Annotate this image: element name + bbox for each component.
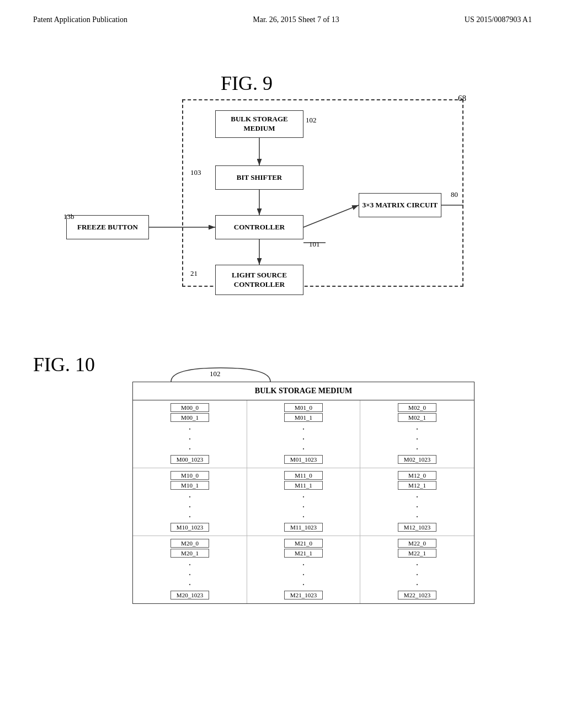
header-left: Patent Application Publication — [33, 15, 127, 24]
fig10-cell-m11-1: M11_1 — [284, 481, 323, 490]
fig10-section-1: M00_0 M00_1 ··· M00_1023 M01_0 M01_1 ···… — [133, 400, 474, 468]
fig10-outer-box: BULK STORAGE MEDIUM M00_0 M00_1 ··· M00_… — [132, 382, 475, 604]
fig10-dots-m00: ··· — [189, 424, 191, 454]
fig10-cell-m21-1023: M21_1023 — [284, 591, 323, 599]
controller-box: CONTROLLER — [215, 215, 303, 239]
fig10-cell-m22-1023: M22_1023 — [398, 591, 436, 599]
fig10-cell-m20-1023: M20_1023 — [170, 591, 209, 599]
matrix-box: 3×3 MATRIX CIRCUIT — [359, 193, 441, 217]
label-103: 103 — [190, 168, 201, 177]
freeze-button-box: FREEZE BUTTON — [66, 215, 149, 239]
fig10-cell-m01-1: M01_1 — [284, 413, 323, 422]
fig10-dots-m22: ··· — [416, 560, 419, 590]
fig10-cell-m02-1: M02_1 — [398, 413, 436, 422]
fig10-col-m12: M12_0 M12_1 ··· M12_1023 — [360, 468, 474, 536]
fig10-dots-m02: ··· — [416, 424, 419, 454]
fig10-cell-m02-0: M02_0 — [398, 403, 436, 412]
fig10-cell-m00-1: M00_1 — [170, 413, 209, 422]
fig10-cell-m21-1: M21_1 — [284, 549, 323, 558]
fig10-col-m20: M20_0 M20_1 ··· M20_1023 — [133, 536, 247, 603]
fig10-col-m21: M21_0 M21_1 ··· M21_1023 — [247, 536, 360, 603]
light-source-box: LIGHT SOURCECONTROLLER — [215, 265, 303, 295]
fig10-dots-m20: ··· — [189, 560, 191, 590]
fig10-section-3: M20_0 M20_1 ··· M20_1023 M21_0 M21_1 ···… — [133, 536, 474, 603]
fig10-cell-m12-1023: M12_1023 — [398, 523, 436, 532]
header-right: US 2015/0087903 A1 — [465, 15, 532, 24]
fig10-cell-m01-1023: M01_1023 — [284, 455, 323, 464]
fig10-col-m01: M01_0 M01_1 ··· M01_1023 — [247, 400, 360, 468]
fig10-col-m10: M10_0 M10_1 ··· M10_1023 — [133, 468, 247, 536]
fig10-dots-m01: ··· — [302, 424, 305, 454]
fig10-cell-m21-0: M21_0 — [284, 539, 323, 548]
label-21: 21 — [190, 269, 198, 278]
fig10-cell-m01-0: M01_0 — [284, 403, 323, 412]
fig10-cell-m22-1: M22_1 — [398, 549, 436, 558]
fig10-label-102: 102 — [210, 370, 221, 378]
fig10-title: FIG. 10 — [33, 353, 532, 376]
fig10-col-m00: M00_0 M00_1 ··· M00_1023 — [133, 400, 247, 468]
bulk-storage-box: BULK STORAGEMEDIUM — [215, 110, 303, 138]
fig10-cell-m22-0: M22_0 — [398, 539, 436, 548]
label-101: 101 — [309, 240, 320, 249]
label-80: 80 — [451, 190, 458, 199]
bit-shifter-box: BIT SHIFTER — [215, 165, 303, 190]
header-center: Mar. 26, 2015 Sheet 7 of 13 — [253, 15, 339, 24]
fig10-cell-m00-0: M00_0 — [170, 403, 209, 412]
page-header: Patent Application Publication Mar. 26, … — [0, 0, 565, 24]
fig10-cell-m20-0: M20_0 — [170, 539, 209, 548]
fig10-cell-m10-1: M10_1 — [170, 481, 209, 490]
fig10-cell-m02-1023: M02_1023 — [398, 455, 436, 464]
label-102-fig9: 102 — [306, 116, 317, 125]
fig10-cell-m00-1023: M00_1023 — [170, 455, 209, 464]
fig10-dots-m11: ··· — [302, 492, 305, 522]
fig9-area: FIG. 9 68 BULK STORAGEMEDIUM BIT SHIFTER… — [33, 72, 532, 309]
fig10-col-m02: M02_0 M02_1 ··· M02_1023 — [360, 400, 474, 468]
fig10-bulk-storage-header: BULK STORAGE MEDIUM — [133, 382, 474, 400]
fig10-dots-m21: ··· — [302, 560, 305, 590]
fig10-cell-m20-1: M20_1 — [170, 549, 209, 558]
fig9-title: FIG. 9 — [221, 72, 273, 95]
fig10-cell-m11-0: M11_0 — [284, 471, 323, 480]
fig10-dots-m12: ··· — [416, 492, 419, 522]
fig10-cell-m12-1: M12_1 — [398, 481, 436, 490]
fig10-section-2: M10_0 M10_1 ··· M10_1023 M11_0 M11_1 ···… — [133, 468, 474, 536]
fig10-cell-m10-1023: M10_1023 — [170, 523, 209, 532]
fig10-cell-m10-0: M10_0 — [170, 471, 209, 480]
fig10-col-m22: M22_0 M22_1 ··· M22_1023 — [360, 536, 474, 603]
fig10-area: FIG. 10 102 BULK STORAGE MEDIUM M00_0 M0… — [33, 353, 532, 604]
label-68: 68 — [458, 94, 466, 103]
fig10-col-m11: M11_0 M11_1 ··· M11_1023 — [247, 468, 360, 536]
fig10-cell-m12-0: M12_0 — [398, 471, 436, 480]
fig10-dots-m10: ··· — [189, 492, 191, 522]
fig10-cell-m11-1023: M11_1023 — [284, 523, 323, 532]
label-13b: 13b — [63, 212, 74, 221]
